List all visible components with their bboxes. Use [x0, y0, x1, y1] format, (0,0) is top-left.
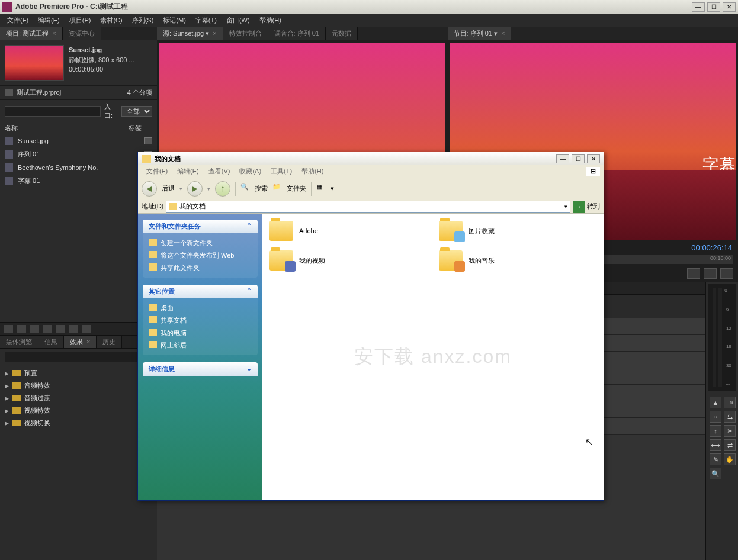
folder-item-videos[interactable]: 我的视频: [269, 250, 427, 271]
exp-menu-help[interactable]: 帮助(H): [297, 167, 328, 176]
exp-menu-view[interactable]: 查看(V): [204, 167, 235, 176]
hand-tool[interactable]: ✋: [724, 453, 736, 465]
menu-project[interactable]: 项目(P): [65, 16, 96, 25]
close-button[interactable]: ✕: [723, 2, 736, 12]
menu-window[interactable]: 窗口(W): [222, 16, 255, 25]
folder-item-music[interactable]: 我的音乐: [439, 250, 596, 271]
folders-button[interactable]: 📁文件夹: [272, 183, 306, 195]
views-icon: ▦: [316, 183, 328, 195]
place-desktop[interactable]: 桌面: [149, 302, 252, 314]
export-frame-button[interactable]: [720, 268, 733, 279]
details-header[interactable]: 详细信息⌄: [143, 362, 258, 376]
delete-button[interactable]: [82, 325, 91, 333]
extract-button[interactable]: [704, 268, 717, 279]
menu-title[interactable]: 字幕(T): [191, 16, 222, 25]
rate-stretch-tool[interactable]: ↕: [710, 425, 721, 437]
tab-resource-center[interactable]: 资源中心: [63, 27, 101, 40]
bin-item[interactable]: 序列 01: [0, 147, 157, 161]
minimize-button[interactable]: —: [692, 2, 705, 12]
explorer-titlebar[interactable]: 我的文档 — ☐ ✕: [138, 152, 604, 165]
up-button[interactable]: ↑: [215, 181, 230, 197]
task-publish-web[interactable]: 将这个文件夹发布到 Web: [149, 249, 252, 262]
menu-help[interactable]: 帮助(H): [255, 16, 286, 25]
razor-tool[interactable]: ✂: [724, 425, 736, 437]
tab-history[interactable]: 历史: [97, 336, 122, 348]
go-button[interactable]: →: [573, 201, 585, 213]
search-button[interactable]: 🔍搜索: [240, 183, 268, 195]
place-my-computer[interactable]: 我的电脑: [149, 327, 252, 339]
bin-item[interactable]: 字幕 01: [0, 174, 157, 188]
tab-audio-mixer[interactable]: 调音台: 序列 01: [268, 27, 326, 40]
col-name[interactable]: 名称: [5, 124, 129, 133]
pen-tool[interactable]: ✎: [710, 453, 721, 465]
bin-item[interactable]: Sunset.jpg: [0, 134, 157, 147]
find-button[interactable]: [43, 325, 52, 333]
exp-menu-favorites[interactable]: 收藏(A): [235, 167, 266, 176]
menu-marker[interactable]: 标记(M): [158, 16, 191, 25]
fx-folder[interactable]: ▶音频过渡: [0, 392, 157, 404]
folder-item-pictures[interactable]: 图片收藏: [439, 221, 596, 241]
tab-effect-controls[interactable]: 特效控制台: [223, 27, 268, 40]
address-field[interactable]: 我的文档 ▾: [166, 201, 570, 213]
item-count: 4 个分项: [127, 88, 152, 97]
icon-view-button[interactable]: [17, 325, 26, 333]
menu-file[interactable]: 文件(F): [2, 16, 33, 25]
project-filename: 测试工程.prproj: [17, 88, 61, 97]
explorer-maximize-button[interactable]: ☐: [572, 154, 585, 163]
ripple-edit-tool[interactable]: ↔: [710, 411, 721, 423]
col-label[interactable]: 标签: [129, 124, 152, 133]
effects-search-input[interactable]: [5, 352, 152, 362]
explorer-title: 我的文档: [155, 155, 554, 163]
explorer-file-pane[interactable]: Adobe 图片收藏 我的视频 我的音乐 安下载 anxz.com ↖: [262, 214, 604, 500]
lift-button[interactable]: [687, 268, 700, 279]
menu-edit[interactable]: 编辑(E): [33, 16, 65, 25]
menu-clip[interactable]: 素材(C): [95, 16, 127, 25]
tab-media-browser[interactable]: 媒体浏览: [0, 336, 38, 348]
watermark: 安下载 anxz.com: [354, 344, 512, 370]
new-bin-button[interactable]: [56, 325, 65, 333]
tab-effects[interactable]: 效果×: [64, 336, 97, 348]
exp-menu-edit[interactable]: 编辑(E): [172, 167, 204, 176]
project-search-input[interactable]: [5, 106, 101, 117]
back-button[interactable]: ◄: [142, 181, 157, 197]
fx-folder[interactable]: ▶视频特效: [0, 404, 157, 417]
exp-menu-tools[interactable]: 工具(T): [266, 167, 297, 176]
track-select-tool[interactable]: ⇥: [724, 397, 736, 408]
place-network[interactable]: 网上邻居: [149, 339, 252, 352]
tab-source[interactable]: 源: Sunset.jpg ▾×: [157, 27, 223, 40]
label-swatch[interactable]: [144, 137, 152, 144]
explorer-minimize-button[interactable]: —: [556, 154, 569, 163]
fx-folder[interactable]: ▶音频特效: [0, 379, 157, 392]
folder-icon: [5, 89, 13, 96]
folder-icon: [439, 250, 463, 271]
place-shared-docs[interactable]: 共享文档: [149, 314, 252, 327]
rolling-edit-tool[interactable]: ⇆: [724, 411, 736, 423]
places-header[interactable]: 其它位置⌃: [143, 285, 258, 298]
slip-tool[interactable]: ⟷: [710, 439, 721, 451]
new-item-button[interactable]: [69, 325, 78, 333]
task-share-folder[interactable]: 共享此文件夹: [149, 262, 252, 274]
menu-sequence[interactable]: 序列(S): [127, 16, 159, 25]
automate-button[interactable]: [30, 325, 39, 333]
selection-tool[interactable]: ▲: [710, 397, 721, 408]
maximize-button[interactable]: ☐: [707, 2, 720, 12]
tab-program[interactable]: 节目: 序列 01 ▾×: [448, 27, 512, 40]
folder-item-adobe[interactable]: Adobe: [269, 221, 427, 241]
bin-item[interactable]: Beethoven's Symphony No.: [0, 161, 157, 174]
tab-info[interactable]: 信息: [38, 336, 64, 348]
list-view-button[interactable]: [4, 325, 13, 333]
explorer-window[interactable]: 我的文档 — ☐ ✕ 文件(F) 编辑(E) 查看(V) 收藏(A) 工具(T)…: [137, 152, 604, 501]
explorer-close-button[interactable]: ✕: [587, 154, 600, 163]
task-new-folder[interactable]: 创建一个新文件夹: [149, 237, 252, 249]
fx-folder[interactable]: ▶视频切换: [0, 417, 157, 429]
slide-tool[interactable]: ⇄: [724, 439, 736, 451]
entry-select[interactable]: 全部: [121, 106, 152, 117]
views-button[interactable]: ▦▾: [316, 183, 334, 195]
zoom-tool[interactable]: 🔍: [710, 468, 721, 479]
exp-menu-file[interactable]: 文件(F): [142, 167, 172, 176]
fx-folder[interactable]: ▶预置: [0, 367, 157, 379]
forward-button[interactable]: ►: [187, 181, 203, 197]
tab-project[interactable]: 项目: 测试工程×: [0, 27, 63, 40]
tasks-header[interactable]: 文件和文件夹任务⌃: [143, 220, 258, 233]
tab-metadata[interactable]: 元数据: [326, 27, 358, 40]
